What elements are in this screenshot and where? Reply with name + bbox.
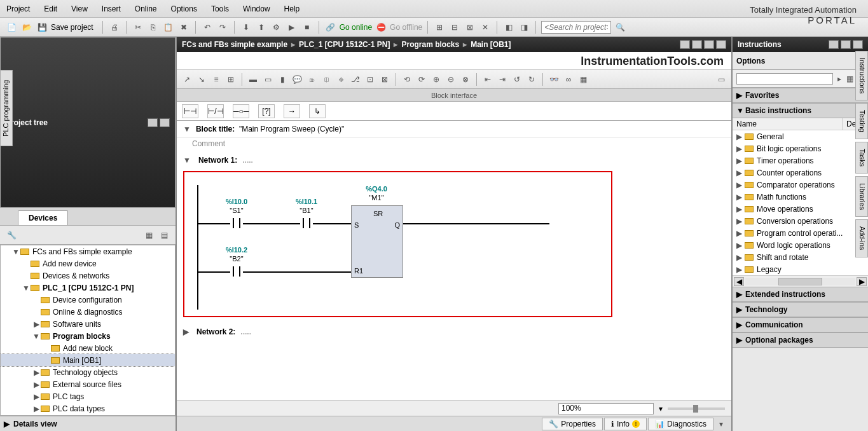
- instruction-row[interactable]: ▶Move operations: [733, 203, 868, 215]
- favorites-header[interactable]: ▶Favorites: [733, 88, 868, 103]
- menu-window[interactable]: Window: [243, 4, 270, 13]
- et-icon-11[interactable]: ⎆: [334, 73, 347, 86]
- tree-item[interactable]: ▶PLC data types: [1, 402, 175, 414]
- et-icon-12[interactable]: ⎇: [349, 73, 362, 86]
- instruction-row[interactable]: ▶Bit logic operations: [733, 142, 868, 154]
- redo-icon[interactable]: ↷: [216, 21, 229, 34]
- go-online-icon[interactable]: 🔗: [324, 21, 337, 34]
- technology-header[interactable]: ▶Technology: [733, 302, 868, 317]
- et-icon-22[interactable]: ↺: [511, 73, 523, 86]
- instruction-row[interactable]: ▶Math functions: [733, 191, 868, 203]
- new-project-icon[interactable]: 📄: [5, 21, 18, 34]
- side-tab-testing[interactable]: Testing: [855, 103, 868, 139]
- network-1-body[interactable]: SR S Q R1 %I10.0 "S1" %I10.1 "B1" %Q4: [183, 171, 725, 317]
- et-icon-1[interactable]: ↗: [181, 73, 193, 86]
- tree-item[interactable]: Device configuration: [1, 294, 175, 306]
- tree-view1-icon[interactable]: ▦: [142, 229, 155, 242]
- menu-edit[interactable]: Edit: [44, 4, 57, 13]
- tree-view2-icon[interactable]: ▤: [158, 229, 170, 242]
- cut-icon[interactable]: ✂: [132, 21, 144, 34]
- side-tab-libraries[interactable]: Libraries: [855, 176, 868, 217]
- et-icon-3[interactable]: ≡: [210, 73, 223, 86]
- network-1-header[interactable]: ▼ Network 1: .....: [177, 152, 731, 168]
- et-icon-7[interactable]: ▮: [276, 73, 289, 86]
- bottom-collapse-icon[interactable]: ▾: [715, 418, 727, 430]
- instruction-row[interactable]: ▶Program control operati...: [733, 227, 868, 239]
- tree-item[interactable]: Online & diagnostics: [1, 306, 175, 318]
- go-offline-icon[interactable]: ⛔: [375, 21, 387, 34]
- scroll-left-icon[interactable]: ◀: [734, 277, 744, 286]
- tree-item[interactable]: ▶External source files: [1, 378, 175, 390]
- tree-item[interactable]: ▼Program blocks: [1, 330, 175, 342]
- menu-insert[interactable]: Insert: [102, 4, 121, 13]
- simulate-icon[interactable]: ▶: [286, 21, 298, 34]
- instr-hscroll[interactable]: ◀ ▶: [733, 275, 868, 287]
- zoom-slider[interactable]: [668, 407, 725, 410]
- split-v-icon[interactable]: ◨: [518, 21, 530, 34]
- instruction-row[interactable]: ▶Conversion operations: [733, 215, 868, 227]
- tree-item[interactable]: ▼PLC_1 [CPU 1512C-1 PN]: [1, 282, 175, 294]
- instruction-row[interactable]: ▶General: [733, 130, 868, 142]
- tree-item[interactable]: ▶Technology objects: [1, 366, 175, 378]
- editor-float-icon[interactable]: [704, 40, 714, 49]
- zoom-dropdown-icon[interactable]: ▾: [659, 404, 663, 413]
- et-icon-15[interactable]: ⟲: [401, 73, 413, 86]
- et-icon-right[interactable]: ▭: [715, 73, 727, 86]
- side-tab-plc-programming[interactable]: PLC programming: [0, 70, 13, 146]
- et-icon-10[interactable]: ⎅: [320, 73, 333, 86]
- et-icon-14[interactable]: ⊠: [378, 73, 391, 86]
- editor-min-icon[interactable]: [680, 40, 690, 49]
- devices-tab[interactable]: Devices: [18, 210, 68, 225]
- instruction-row[interactable]: ▶Legacy: [733, 263, 868, 275]
- pal-branch2-icon[interactable]: ↳: [309, 104, 326, 118]
- et-icon-6[interactable]: ▭: [261, 73, 274, 86]
- tab-info[interactable]: ℹInfo!: [604, 418, 647, 430]
- network-2-header[interactable]: ▶ Network 2: .....: [177, 324, 731, 340]
- menu-project[interactable]: Project: [6, 4, 30, 13]
- details-view-bar[interactable]: ▶ Details view: [0, 416, 176, 431]
- crumb-2[interactable]: Program blocks: [401, 40, 459, 49]
- tree-item[interactable]: ▼FCs and FBs simple example: [1, 245, 175, 257]
- basic-instructions-header[interactable]: ▼Basic instructions: [733, 103, 868, 118]
- tb-icon-1[interactable]: ⊞: [433, 21, 446, 34]
- side-tab-tasks[interactable]: Tasks: [855, 142, 868, 174]
- side-tab-addins[interactable]: Add-ins: [855, 219, 868, 257]
- download-icon[interactable]: ⬇: [240, 21, 252, 34]
- tab-properties[interactable]: 🔧Properties: [542, 418, 603, 430]
- et-icon-20[interactable]: ⇤: [481, 73, 494, 86]
- et-icon-16[interactable]: ⟳: [415, 73, 428, 86]
- search-input[interactable]: [541, 21, 611, 34]
- compile-icon[interactable]: ⚙: [270, 21, 283, 34]
- pal-branch-icon[interactable]: →: [284, 104, 300, 118]
- undo-icon[interactable]: ↶: [201, 21, 214, 34]
- communication-header[interactable]: ▶Communication: [733, 317, 868, 332]
- menu-options[interactable]: Options: [171, 4, 197, 13]
- tree-item[interactable]: ▶PLC tags: [1, 390, 175, 402]
- tb-icon-4[interactable]: ✕: [479, 21, 492, 34]
- tree-item[interactable]: Add new block: [1, 342, 175, 354]
- go-online-label[interactable]: Go online: [340, 23, 372, 32]
- crumb-0[interactable]: FCs and FBs simple example: [182, 40, 287, 49]
- editor-close-icon[interactable]: [716, 40, 726, 49]
- menu-help[interactable]: Help: [284, 4, 300, 13]
- menu-online[interactable]: Online: [135, 4, 157, 13]
- open-project-icon[interactable]: 📂: [20, 21, 33, 34]
- et-icon-9[interactable]: ⎄: [305, 73, 318, 86]
- pal-contact-no-icon[interactable]: ⊢⊣: [182, 104, 198, 118]
- save-icon[interactable]: 💾: [36, 21, 48, 34]
- block-title-row[interactable]: ▼ Block title: "Main Program Sweep (Cycl…: [177, 121, 731, 138]
- tab-diagnostics[interactable]: 📊Diagnostics: [648, 418, 713, 430]
- instruction-row[interactable]: ▶Counter operations: [733, 167, 868, 179]
- instruction-row[interactable]: ▶Shift and rotate: [733, 251, 868, 263]
- tree-item[interactable]: Devices & networks: [1, 270, 175, 282]
- copy-icon[interactable]: ⎘: [147, 21, 160, 34]
- pal-coil-icon[interactable]: ─○─: [233, 104, 249, 118]
- zoom-select[interactable]: 100%: [558, 403, 654, 414]
- upload-icon[interactable]: ⬆: [255, 21, 268, 34]
- et-icon-24[interactable]: 👓: [548, 73, 560, 86]
- et-icon-8[interactable]: 💬: [291, 73, 303, 86]
- instr-btn1-icon[interactable]: [829, 40, 839, 49]
- print-icon[interactable]: 🖨: [108, 21, 121, 34]
- et-icon-18[interactable]: ⊖: [444, 73, 457, 86]
- delete-icon[interactable]: ✖: [177, 21, 190, 34]
